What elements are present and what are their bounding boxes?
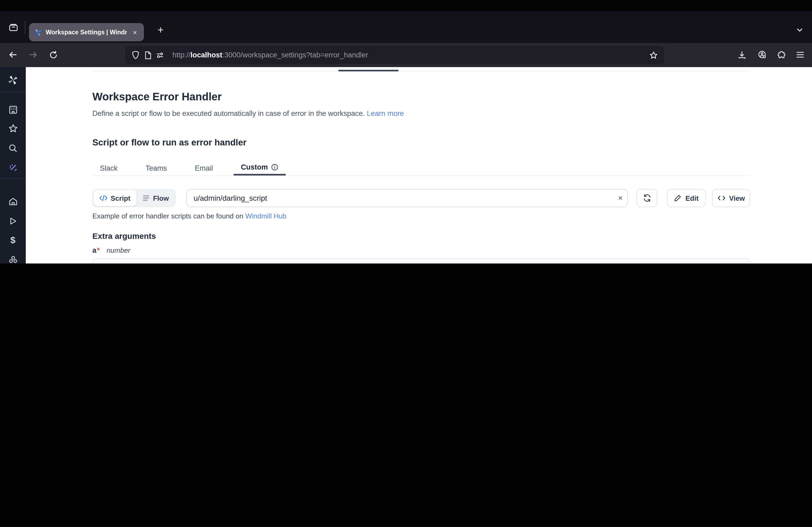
sidebar-item-variables[interactable]: $ — [0, 231, 26, 250]
shield-icon[interactable] — [132, 50, 140, 60]
forward-button[interactable] — [25, 46, 42, 63]
downloads-button[interactable] — [733, 46, 750, 63]
info-icon — [271, 164, 278, 171]
sidebar-item-workspace[interactable] — [0, 100, 26, 119]
browser-toolbar: http://localhost:3000/workspace_settings… — [0, 43, 812, 67]
extra-arguments-title: Extra arguments — [92, 231, 156, 240]
handler-channel-tabs: Slack Teams Email Custom — [92, 158, 750, 176]
chevron-down-icon — [796, 26, 803, 34]
tab-title: Workspace Settings | Windmill — [46, 29, 127, 35]
toggle-flow[interactable]: Flow — [136, 190, 175, 206]
browser-window: Workspace Settings | Windmill × + — [0, 0, 812, 264]
sidebar-item-ai[interactable] — [0, 158, 26, 177]
new-tab-button[interactable]: + — [153, 22, 169, 38]
windmill-favicon — [34, 28, 42, 36]
window-top-strip — [0, 0, 812, 11]
script-picker-row: Script Flow × Edit — [92, 189, 750, 207]
account-button[interactable] — [753, 46, 771, 63]
sidebar-item-runs[interactable] — [0, 212, 26, 230]
field-label-a: a* number — [92, 246, 130, 254]
firefox-view-icon — [9, 22, 18, 32]
windmill-logo[interactable] — [0, 71, 26, 89]
url-text[interactable]: http://localhost:3000/workspace_settings… — [172, 51, 641, 59]
settings-tabs-divider — [92, 71, 750, 71]
reload-button[interactable] — [45, 46, 62, 63]
page-info-icon[interactable] — [144, 51, 151, 59]
sidebar-item-favorites[interactable] — [0, 119, 26, 137]
list-all-tabs-button[interactable] — [792, 22, 808, 38]
tab-slack[interactable]: Slack — [92, 158, 125, 176]
field-input-a[interactable] — [92, 258, 750, 264]
sidebar-item-resources[interactable] — [0, 250, 26, 264]
view-button[interactable]: View — [712, 189, 750, 207]
hub-note: Example of error handler scripts can be … — [92, 212, 287, 220]
script-path-input[interactable] — [187, 189, 628, 207]
learn-more-link[interactable]: Learn more — [367, 109, 404, 118]
script-path-field: × — [187, 189, 628, 207]
sidebar-item-home[interactable] — [0, 192, 26, 210]
tab-teams[interactable]: Teams — [138, 158, 175, 176]
sidebar-divider — [0, 178, 26, 179]
tab-strip-separator — [25, 21, 25, 34]
tab-email[interactable]: Email — [187, 158, 221, 176]
script-flow-toggle: Script Flow — [92, 189, 176, 207]
app-sidebar: $ — [0, 67, 26, 264]
settings-active-tab-underline — [338, 70, 398, 71]
extensions-button[interactable] — [773, 46, 790, 63]
refresh-button[interactable] — [637, 189, 657, 207]
toggle-script[interactable]: Script — [93, 190, 136, 206]
section-title: Script or flow to run as error handler — [92, 137, 246, 148]
browser-tab[interactable]: Workspace Settings | Windmill × — [29, 23, 144, 41]
edit-button[interactable]: Edit — [667, 189, 706, 207]
tab-custom[interactable]: Custom — [233, 158, 286, 176]
permissions-toggles-icon[interactable] — [156, 51, 165, 59]
page-title: Workspace Error Handler — [92, 91, 222, 103]
pencil-icon — [674, 194, 682, 202]
plus-icon: + — [158, 24, 163, 36]
url-bar[interactable]: http://localhost:3000/workspace_settings… — [125, 46, 664, 64]
code-icon — [99, 195, 107, 201]
tab-strip: Workspace Settings | Windmill × + — [0, 11, 812, 43]
flow-icon — [142, 195, 150, 201]
menu-button[interactable] — [792, 46, 809, 63]
windmill-hub-link[interactable]: Windmill Hub — [245, 212, 286, 220]
code-brackets-icon — [717, 195, 725, 201]
sidebar-item-search[interactable] — [0, 139, 26, 157]
settings-page: Workspace Error Handler Define a script … — [26, 67, 812, 264]
back-button[interactable] — [4, 46, 21, 63]
tab-close-icon[interactable]: × — [131, 28, 139, 37]
bookmark-star-icon[interactable] — [646, 47, 661, 62]
sidebar-divider — [0, 92, 26, 92]
firefox-view-button[interactable] — [5, 19, 21, 35]
clear-path-icon[interactable]: × — [618, 193, 623, 204]
page-description: Define a script or flow to be executed a… — [92, 109, 404, 118]
